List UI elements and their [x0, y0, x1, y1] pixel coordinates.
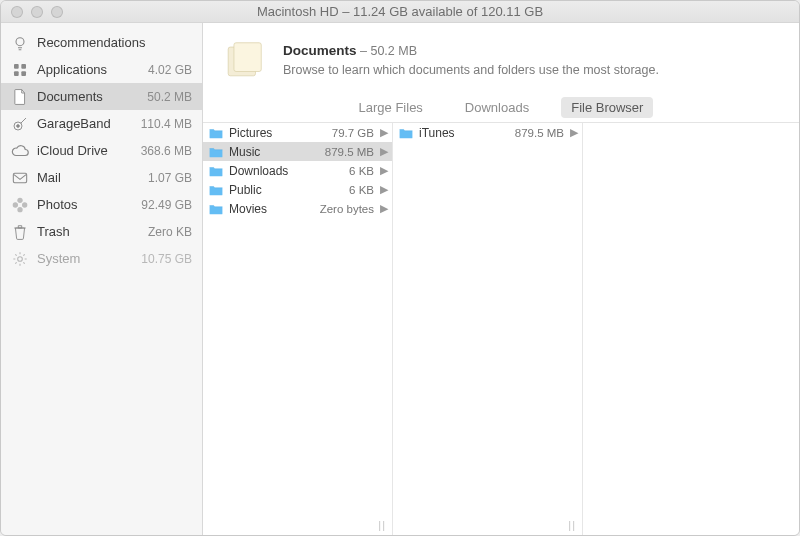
sidebar-item-size: Zero KB	[148, 225, 192, 239]
sidebar-item-label: Mail	[37, 170, 140, 185]
folder-name: iTunes	[419, 126, 509, 140]
svg-point-12	[18, 256, 23, 261]
sidebar-item-icon	[11, 224, 29, 240]
svg-point-0	[16, 37, 24, 45]
sidebar-item-icon	[11, 116, 29, 132]
folder-row-public[interactable]: Public 6 KB ▶	[203, 180, 392, 199]
svg-rect-14	[234, 43, 261, 72]
sidebar-item-garageband[interactable]: GarageBand 110.4 MB	[1, 110, 202, 137]
header-dash: –	[360, 44, 370, 58]
folder-name: Pictures	[229, 126, 326, 140]
svg-rect-1	[14, 64, 19, 69]
svg-rect-4	[21, 71, 26, 76]
sidebar-item-size: 10.75 GB	[141, 252, 192, 266]
svg-point-11	[13, 202, 18, 207]
sidebar-item-mail[interactable]: Mail 1.07 GB	[1, 164, 202, 191]
sidebar-item-label: Photos	[37, 197, 133, 212]
svg-point-9	[22, 202, 27, 207]
folder-row-music[interactable]: Music 879.5 MB ▶	[203, 142, 392, 161]
sidebar-item-label: System	[37, 251, 133, 266]
titlebar: Macintosh HD – 11.24 GB available of 120…	[1, 1, 799, 23]
folder-row-pictures[interactable]: Pictures 79.7 GB ▶	[203, 123, 392, 142]
sidebar-item-icon	[11, 35, 29, 51]
sidebar-item-icloud-drive[interactable]: iCloud Drive 368.6 MB	[1, 137, 202, 164]
sidebar-item-system[interactable]: System 10.75 GB	[1, 245, 202, 272]
tab-downloads[interactable]: Downloads	[455, 97, 539, 118]
sidebar-item-size: 4.02 GB	[148, 63, 192, 77]
folder-icon	[209, 146, 223, 158]
column-resize-handle[interactable]: ||	[378, 519, 386, 531]
chevron-right-icon: ▶	[380, 145, 388, 158]
sidebar-item-photos[interactable]: Photos 92.49 GB	[1, 191, 202, 218]
sidebar-item-label: Recommendations	[37, 35, 184, 50]
sidebar-item-icon	[11, 144, 29, 158]
sidebar-item-documents[interactable]: Documents 50.2 MB	[1, 83, 202, 110]
header-subtitle: Browse to learn which documents and fold…	[283, 61, 659, 80]
sidebar-item-icon	[11, 89, 29, 105]
svg-point-8	[17, 197, 22, 202]
tab-label: Large Files	[359, 100, 423, 115]
column-resize-handle[interactable]: ||	[568, 519, 576, 531]
folder-size: 6 KB	[349, 184, 374, 196]
sidebar-item-icon	[11, 251, 29, 267]
header-title: Documents	[283, 43, 357, 58]
tab-file-browser[interactable]: File Browser	[561, 97, 653, 118]
folder-size: 879.5 MB	[325, 146, 374, 158]
view-tabs: Large Files Downloads File Browser	[203, 93, 799, 123]
chevron-right-icon: ▶	[380, 202, 388, 215]
folder-row-downloads[interactable]: Downloads 6 KB ▶	[203, 161, 392, 180]
folder-size: Zero bytes	[320, 203, 374, 215]
sidebar-item-trash[interactable]: Trash Zero KB	[1, 218, 202, 245]
main-pane: Documents – 50.2 MB Browse to learn whic…	[203, 23, 799, 535]
sidebar: Recommendations Applications 4.02 GB Doc…	[1, 23, 203, 535]
folder-row-itunes[interactable]: iTunes 879.5 MB ▶	[393, 123, 582, 142]
traffic-lights	[1, 6, 63, 18]
folder-icon	[399, 127, 413, 139]
sidebar-item-label: iCloud Drive	[37, 143, 133, 158]
folder-icon	[209, 203, 223, 215]
sidebar-item-size: 1.07 GB	[148, 171, 192, 185]
folder-icon	[209, 184, 223, 196]
header-text: Documents – 50.2 MB Browse to learn whic…	[283, 41, 659, 80]
browser-column: Pictures 79.7 GB ▶ Music 879.5 MB ▶ Down…	[203, 123, 393, 535]
svg-rect-7	[13, 173, 26, 182]
chevron-right-icon: ▶	[380, 164, 388, 177]
folder-size: 6 KB	[349, 165, 374, 177]
file-browser-columns: Pictures 79.7 GB ▶ Music 879.5 MB ▶ Down…	[203, 123, 799, 535]
tab-label: File Browser	[571, 100, 643, 115]
sidebar-item-recommendations[interactable]: Recommendations	[1, 29, 202, 56]
svg-point-6	[17, 124, 20, 127]
sidebar-item-label: Trash	[37, 224, 140, 239]
folder-size: 79.7 GB	[332, 127, 374, 139]
sidebar-item-size: 92.49 GB	[141, 198, 192, 212]
sidebar-item-icon	[11, 171, 29, 185]
minimize-window-button[interactable]	[31, 6, 43, 18]
window-title: Macintosh HD – 11.24 GB available of 120…	[1, 4, 799, 19]
tab-label: Downloads	[465, 100, 529, 115]
folder-size: 879.5 MB	[515, 127, 564, 139]
sidebar-item-applications[interactable]: Applications 4.02 GB	[1, 56, 202, 83]
browser-column: ||	[583, 123, 799, 535]
svg-rect-2	[21, 64, 26, 69]
folder-icon	[209, 165, 223, 177]
sidebar-item-label: Documents	[37, 89, 139, 104]
chevron-right-icon: ▶	[570, 126, 578, 139]
svg-rect-3	[14, 71, 19, 76]
sidebar-item-icon	[11, 62, 29, 78]
folder-row-movies[interactable]: Movies Zero bytes ▶	[203, 199, 392, 218]
folder-icon	[209, 127, 223, 139]
sidebar-item-label: Applications	[37, 62, 140, 77]
header-size: 50.2 MB	[370, 44, 417, 58]
folder-name: Movies	[229, 202, 314, 216]
sidebar-item-size: 110.4 MB	[141, 117, 192, 131]
folder-name: Downloads	[229, 164, 343, 178]
sidebar-item-size: 50.2 MB	[147, 90, 192, 104]
close-window-button[interactable]	[11, 6, 23, 18]
browser-column: iTunes 879.5 MB ▶ ||	[393, 123, 583, 535]
folder-name: Public	[229, 183, 343, 197]
zoom-window-button[interactable]	[51, 6, 63, 18]
documents-folder-icon	[221, 37, 267, 83]
tab-large-files[interactable]: Large Files	[349, 97, 433, 118]
sidebar-item-icon	[11, 197, 29, 213]
folder-name: Music	[229, 145, 319, 159]
